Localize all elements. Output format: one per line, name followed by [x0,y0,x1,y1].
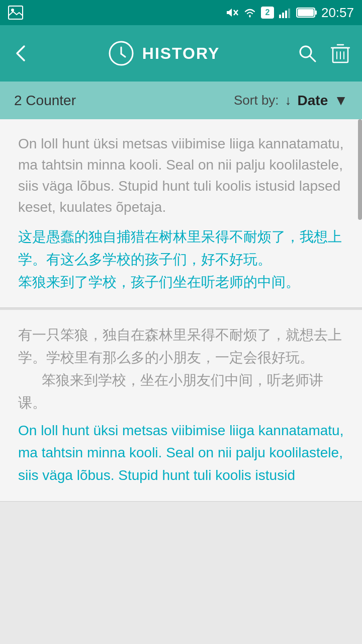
back-button[interactable] [12,44,30,62]
app-bar-actions [298,43,350,64]
svg-rect-8 [288,9,290,18]
svg-line-16 [310,56,315,61]
sort-bar: 2 Counter Sort by: ↓ Date ▼ [0,82,362,119]
mute-icon [225,7,239,19]
svg-rect-10 [315,11,317,15]
app-bar-title: HISTORY [42,40,286,66]
page-title: HISTORY [142,44,220,63]
history-item-2[interactable]: 有一只笨狼，独自在森林里呆得不耐烦了，就想去上学。学校里有那么多的小朋友，一定会… [0,310,362,502]
sort-dropdown-icon[interactable]: ▼ [334,93,348,109]
status-bar: 2 20:57 [0,0,362,25]
sim-badge: 2 [261,7,274,19]
svg-rect-5 [279,15,281,18]
wifi-icon [243,7,257,19]
svg-rect-11 [298,9,314,16]
clock-icon [108,40,134,66]
app-bar: HISTORY [0,25,362,82]
content-area: On loll hunt üksi metsas viibimise liiga… [0,119,362,502]
item-translation-text: 这是愚蠢的独自捕猎在树林里呆得不耐烦了，我想上学。有这么多学校的孩子们，好不好玩… [18,226,344,293]
item-blue-text: On loll hunt üksi metsas viibimise liiga… [18,420,344,487]
svg-rect-6 [282,13,284,18]
svg-rect-0 [9,6,23,19]
sort-value: Date [298,93,328,109]
scrollbar-track[interactable] [357,119,362,307]
item-gray-text: 有一只笨狼，独自在森林里呆得不耐烦了，就想去上学。学校里有那么多的小朋友，一定会… [18,324,344,414]
sort-direction-icon: ↓ [285,93,292,108]
battery-icon [296,7,317,18]
image-icon [8,6,23,20]
signal-icon [278,7,292,19]
sort-by-label: Sort by: [234,93,279,108]
sort-controls[interactable]: Sort by: ↓ Date ▼ [234,93,348,109]
delete-button[interactable] [331,43,350,64]
item-original-text: On loll hunt üksi metsas viibimise liiga… [18,133,344,218]
counter-text: 2 Counter [14,93,76,109]
history-list: On loll hunt üksi metsas viibimise liiga… [0,119,362,502]
scrollbar-thumb[interactable] [358,119,362,220]
history-item[interactable]: On loll hunt üksi metsas viibimise liiga… [0,119,362,308]
search-button[interactable] [298,44,317,63]
time-display: 20:57 [321,5,354,21]
status-bar-left [8,6,23,20]
svg-rect-7 [285,11,287,18]
svg-marker-2 [227,9,232,17]
svg-line-14 [121,54,125,57]
status-bar-right: 2 20:57 [225,5,354,21]
svg-point-1 [11,9,14,12]
